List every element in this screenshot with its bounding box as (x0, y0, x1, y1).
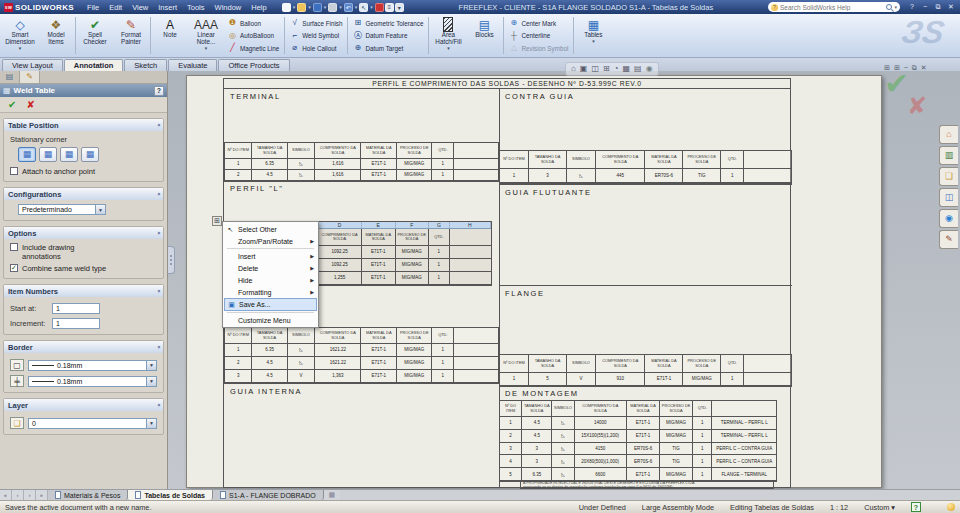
table-cell[interactable]: ◺ (567, 169, 596, 183)
table-cell[interactable]: 1 (429, 246, 450, 259)
include-annotations-checkbox[interactable] (10, 243, 18, 251)
column-header[interactable]: QTD. (721, 151, 744, 169)
table-cell[interactable] (450, 259, 491, 272)
table-cell[interactable]: 1 (225, 159, 252, 170)
taskpane-tab-file-explorer[interactable]: ❏ (939, 167, 958, 186)
start-at-input[interactable]: 1 (52, 303, 100, 314)
context-menu-item-insert[interactable]: Insert▶ (224, 250, 317, 262)
table-cell[interactable]: 1092.25 (318, 259, 362, 272)
table-cell[interactable]: 5 (529, 373, 567, 386)
increment-input[interactable]: 1 (52, 318, 100, 329)
column-letter[interactable]: E (362, 222, 396, 228)
column-header[interactable]: COMPRIMENTO DA SOLDA (315, 143, 361, 159)
context-menu-item-customize-menu[interactable]: Customize Menu (224, 314, 317, 326)
table-cell[interactable]: 3 (225, 370, 252, 383)
new-window-doc-button[interactable]: ⊞ (884, 64, 890, 71)
column-header[interactable] (450, 229, 491, 246)
hide-show-items-icon[interactable]: ▤ (634, 65, 642, 73)
table-cell[interactable]: 1 (693, 443, 712, 456)
quick-tips-icon[interactable]: ? (911, 502, 921, 512)
ribbon-button-note[interactable]: ANote (152, 15, 188, 56)
table-cell[interactable]: 1 (500, 373, 529, 386)
cancel-button[interactable]: ✘ (26, 99, 34, 110)
dropdown-arrow-icon[interactable]: ▾ (370, 4, 373, 10)
tab-annotation[interactable]: Annotation (64, 59, 124, 71)
column-header[interactable]: COMPRIMENTO DA SOLDA (575, 401, 627, 417)
dropdown-arrow-icon[interactable]: ▼ (95, 205, 105, 214)
combine-weld-type-checkbox[interactable] (10, 264, 18, 272)
column-header[interactable] (454, 328, 498, 344)
panel-splitter-handle[interactable] (168, 246, 175, 274)
ribbon-button-surface-finish[interactable]: √Surface Finish (290, 17, 342, 29)
confirm-ok-icon[interactable]: ✔ (884, 66, 909, 101)
column-letter[interactable]: D (318, 222, 362, 228)
sheet-tab-s1-a-flange-dobrado[interactable]: S1-A - FLANGE DOBRADO (213, 490, 324, 500)
ribbon-button-smart-dimension[interactable]: ◇SmartDimension▼ (2, 15, 38, 56)
zoom-area-icon[interactable]: ▣ (580, 65, 588, 73)
column-header[interactable]: SÍMBOLO (288, 143, 315, 159)
table-cell[interactable]: 1 (432, 159, 454, 170)
undo-button[interactable]: ↶ (344, 3, 353, 12)
table-cell[interactable]: 2 (225, 357, 252, 370)
zoom-fit-icon[interactable]: ⌂ (571, 65, 576, 73)
collapse-icon[interactable]: » (154, 192, 160, 195)
table-cell[interactable]: E71T-1 (645, 373, 683, 386)
column-header[interactable] (744, 355, 791, 373)
weld-table-flange[interactable]: Nº DO ITEMTAMANHO DA SOLDASÍMBOLOCOMPRIM… (499, 354, 792, 387)
column-header[interactable]: MATERIAL DA SOLDA (361, 143, 396, 159)
tab-evaluate[interactable]: Evaluate (168, 59, 217, 71)
attach-anchor-checkbox[interactable] (10, 167, 18, 175)
dropdown-arrow-icon[interactable]: ▼ (146, 361, 156, 370)
tab-view-layout[interactable]: View Layout (2, 59, 63, 71)
column-header[interactable]: QTD. (432, 143, 454, 159)
table-cell[interactable]: 1621.22 (315, 357, 361, 370)
menu-file[interactable]: File (82, 2, 104, 13)
dropdown-arrow-icon[interactable]: ▾ (355, 4, 358, 10)
help-window-button[interactable]: ? (907, 3, 917, 11)
add-sheet-button[interactable]: ▦ (324, 490, 340, 500)
table-cell[interactable] (454, 170, 498, 181)
table-cell[interactable] (454, 357, 498, 370)
table-cell[interactable]: MIG/MAG (396, 272, 430, 285)
table-cell[interactable] (454, 159, 498, 170)
column-header[interactable]: PROCESSO DE SOLDA (397, 143, 432, 159)
display-style-icon[interactable]: ▦ (623, 65, 631, 73)
collapse-icon[interactable]: » (154, 123, 160, 126)
first-sheet-button[interactable]: « (0, 490, 12, 500)
search-dropdown-arrow[interactable]: ▾ (894, 4, 897, 10)
confirm-cancel-icon[interactable]: ✘ (907, 92, 927, 120)
column-header[interactable]: PROCESSO DE SOLDA (660, 401, 693, 417)
menu-tools[interactable]: Tools (182, 2, 210, 13)
column-header[interactable]: TAMANHO DA SOLDA (252, 143, 287, 159)
select-button[interactable]: ↖ (359, 3, 368, 12)
table-cell[interactable]: ◺ (552, 430, 574, 443)
context-menu-item-formatting[interactable]: Formatting▶ (224, 286, 317, 298)
save-button[interactable] (313, 3, 322, 12)
column-header[interactable] (454, 143, 498, 159)
table-cell[interactable]: E71T-1 (362, 246, 396, 259)
close-doc-button[interactable]: ✕ (921, 64, 927, 71)
help-search-box[interactable]: ? Search SolidWorks Help ▾ (768, 2, 900, 12)
table-cell[interactable]: ◺ (288, 344, 315, 357)
context-menu-item-select-other[interactable]: ↖Select Other (224, 223, 317, 235)
table-cell[interactable]: PERFIL C – CONTRA GUIA (712, 443, 775, 456)
table-cell[interactable]: 20X80(500)(1,000) (575, 455, 627, 468)
column-header[interactable]: MATERIAL DA SOLDA (627, 401, 660, 417)
table-cell[interactable]: 4.5 (252, 170, 287, 181)
column-letter[interactable]: H (450, 222, 491, 228)
table-cell[interactable]: 2 (500, 430, 522, 443)
file-properties-button[interactable]: ≡ (385, 3, 394, 12)
table-cell[interactable]: ER70S-6 (627, 455, 660, 468)
box-border-weight-dropdown[interactable]: 0.18mm ▼ (28, 360, 157, 371)
context-menu-item-hide[interactable]: Hide▶ (224, 274, 317, 286)
ribbon-button-hole-callout[interactable]: ⌀Hole Callout (290, 42, 342, 54)
column-letter[interactable]: G (429, 222, 450, 228)
column-header[interactable]: MATERIAL DA SOLDA (645, 151, 683, 169)
tab-sketch[interactable]: Sketch (124, 59, 167, 71)
table-cell[interactable]: 1 (500, 169, 529, 183)
ribbon-button-autoballoon[interactable]: ◎AutoBalloon (228, 30, 279, 42)
corner-bottom-right-button[interactable]: ▦ (81, 147, 99, 162)
table-cell[interactable]: E71T-1 (362, 272, 396, 285)
column-header[interactable]: QTD. (432, 328, 454, 344)
menu-edit[interactable]: Edit (104, 2, 127, 13)
